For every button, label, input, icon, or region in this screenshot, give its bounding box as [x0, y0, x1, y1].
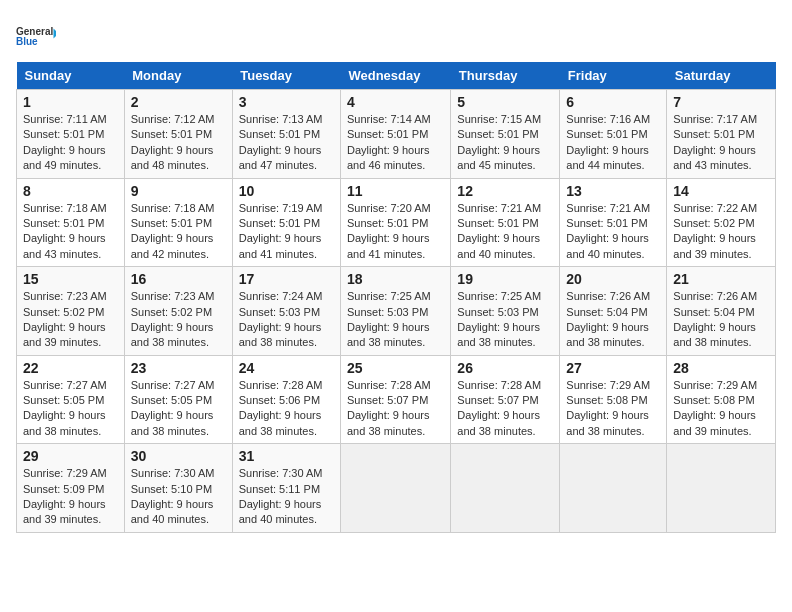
day-number: 21	[673, 271, 769, 287]
calendar-cell: 8Sunrise: 7:18 AMSunset: 5:01 PMDaylight…	[17, 178, 125, 267]
calendar-cell	[560, 444, 667, 533]
day-detail: Sunrise: 7:25 AMSunset: 5:03 PMDaylight:…	[347, 289, 444, 351]
calendar-cell: 30Sunrise: 7:30 AMSunset: 5:10 PMDayligh…	[124, 444, 232, 533]
svg-text:Blue: Blue	[16, 36, 38, 47]
calendar-cell: 25Sunrise: 7:28 AMSunset: 5:07 PMDayligh…	[340, 355, 450, 444]
day-detail: Sunrise: 7:14 AMSunset: 5:01 PMDaylight:…	[347, 112, 444, 174]
calendar-cell	[451, 444, 560, 533]
day-detail: Sunrise: 7:18 AMSunset: 5:01 PMDaylight:…	[23, 201, 118, 263]
day-number: 12	[457, 183, 553, 199]
calendar-week-row: 22Sunrise: 7:27 AMSunset: 5:05 PMDayligh…	[17, 355, 776, 444]
day-detail: Sunrise: 7:28 AMSunset: 5:06 PMDaylight:…	[239, 378, 334, 440]
day-number: 17	[239, 271, 334, 287]
svg-text:General: General	[16, 26, 53, 37]
calendar-cell: 9Sunrise: 7:18 AMSunset: 5:01 PMDaylight…	[124, 178, 232, 267]
day-number: 30	[131, 448, 226, 464]
calendar-cell: 14Sunrise: 7:22 AMSunset: 5:02 PMDayligh…	[667, 178, 776, 267]
calendar-table: SundayMondayTuesdayWednesdayThursdayFrid…	[16, 62, 776, 533]
day-detail: Sunrise: 7:20 AMSunset: 5:01 PMDaylight:…	[347, 201, 444, 263]
calendar-cell: 16Sunrise: 7:23 AMSunset: 5:02 PMDayligh…	[124, 267, 232, 356]
calendar-cell: 3Sunrise: 7:13 AMSunset: 5:01 PMDaylight…	[232, 90, 340, 179]
day-detail: Sunrise: 7:29 AMSunset: 5:09 PMDaylight:…	[23, 466, 118, 528]
day-number: 5	[457, 94, 553, 110]
day-detail: Sunrise: 7:23 AMSunset: 5:02 PMDaylight:…	[23, 289, 118, 351]
calendar-cell: 22Sunrise: 7:27 AMSunset: 5:05 PMDayligh…	[17, 355, 125, 444]
day-detail: Sunrise: 7:15 AMSunset: 5:01 PMDaylight:…	[457, 112, 553, 174]
logo: General Blue	[16, 16, 56, 56]
calendar-body: 1Sunrise: 7:11 AMSunset: 5:01 PMDaylight…	[17, 90, 776, 533]
calendar-cell: 17Sunrise: 7:24 AMSunset: 5:03 PMDayligh…	[232, 267, 340, 356]
day-number: 25	[347, 360, 444, 376]
calendar-cell: 2Sunrise: 7:12 AMSunset: 5:01 PMDaylight…	[124, 90, 232, 179]
calendar-cell: 6Sunrise: 7:16 AMSunset: 5:01 PMDaylight…	[560, 90, 667, 179]
day-detail: Sunrise: 7:26 AMSunset: 5:04 PMDaylight:…	[673, 289, 769, 351]
day-number: 11	[347, 183, 444, 199]
day-detail: Sunrise: 7:19 AMSunset: 5:01 PMDaylight:…	[239, 201, 334, 263]
calendar-cell: 13Sunrise: 7:21 AMSunset: 5:01 PMDayligh…	[560, 178, 667, 267]
day-detail: Sunrise: 7:13 AMSunset: 5:01 PMDaylight:…	[239, 112, 334, 174]
calendar-cell: 31Sunrise: 7:30 AMSunset: 5:11 PMDayligh…	[232, 444, 340, 533]
calendar-header-monday: Monday	[124, 62, 232, 90]
calendar-cell: 11Sunrise: 7:20 AMSunset: 5:01 PMDayligh…	[340, 178, 450, 267]
day-detail: Sunrise: 7:21 AMSunset: 5:01 PMDaylight:…	[566, 201, 660, 263]
day-number: 28	[673, 360, 769, 376]
day-detail: Sunrise: 7:27 AMSunset: 5:05 PMDaylight:…	[131, 378, 226, 440]
calendar-cell: 21Sunrise: 7:26 AMSunset: 5:04 PMDayligh…	[667, 267, 776, 356]
calendar-cell: 18Sunrise: 7:25 AMSunset: 5:03 PMDayligh…	[340, 267, 450, 356]
day-detail: Sunrise: 7:26 AMSunset: 5:04 PMDaylight:…	[566, 289, 660, 351]
svg-marker-2	[54, 29, 57, 39]
calendar-header-wednesday: Wednesday	[340, 62, 450, 90]
calendar-cell: 20Sunrise: 7:26 AMSunset: 5:04 PMDayligh…	[560, 267, 667, 356]
calendar-cell: 19Sunrise: 7:25 AMSunset: 5:03 PMDayligh…	[451, 267, 560, 356]
day-detail: Sunrise: 7:27 AMSunset: 5:05 PMDaylight:…	[23, 378, 118, 440]
day-number: 6	[566, 94, 660, 110]
calendar-week-row: 29Sunrise: 7:29 AMSunset: 5:09 PMDayligh…	[17, 444, 776, 533]
day-number: 3	[239, 94, 334, 110]
calendar-cell: 12Sunrise: 7:21 AMSunset: 5:01 PMDayligh…	[451, 178, 560, 267]
day-detail: Sunrise: 7:22 AMSunset: 5:02 PMDaylight:…	[673, 201, 769, 263]
day-detail: Sunrise: 7:29 AMSunset: 5:08 PMDaylight:…	[566, 378, 660, 440]
calendar-week-row: 8Sunrise: 7:18 AMSunset: 5:01 PMDaylight…	[17, 178, 776, 267]
calendar-header-tuesday: Tuesday	[232, 62, 340, 90]
day-detail: Sunrise: 7:28 AMSunset: 5:07 PMDaylight:…	[457, 378, 553, 440]
day-detail: Sunrise: 7:16 AMSunset: 5:01 PMDaylight:…	[566, 112, 660, 174]
calendar-cell: 27Sunrise: 7:29 AMSunset: 5:08 PMDayligh…	[560, 355, 667, 444]
calendar-cell: 29Sunrise: 7:29 AMSunset: 5:09 PMDayligh…	[17, 444, 125, 533]
day-number: 19	[457, 271, 553, 287]
day-detail: Sunrise: 7:24 AMSunset: 5:03 PMDaylight:…	[239, 289, 334, 351]
day-number: 18	[347, 271, 444, 287]
day-number: 24	[239, 360, 334, 376]
calendar-cell: 23Sunrise: 7:27 AMSunset: 5:05 PMDayligh…	[124, 355, 232, 444]
day-number: 9	[131, 183, 226, 199]
day-number: 1	[23, 94, 118, 110]
calendar-cell: 26Sunrise: 7:28 AMSunset: 5:07 PMDayligh…	[451, 355, 560, 444]
day-number: 7	[673, 94, 769, 110]
day-detail: Sunrise: 7:28 AMSunset: 5:07 PMDaylight:…	[347, 378, 444, 440]
day-number: 8	[23, 183, 118, 199]
day-detail: Sunrise: 7:30 AMSunset: 5:11 PMDaylight:…	[239, 466, 334, 528]
calendar-cell: 28Sunrise: 7:29 AMSunset: 5:08 PMDayligh…	[667, 355, 776, 444]
day-detail: Sunrise: 7:18 AMSunset: 5:01 PMDaylight:…	[131, 201, 226, 263]
logo-svg: General Blue	[16, 16, 56, 56]
day-detail: Sunrise: 7:23 AMSunset: 5:02 PMDaylight:…	[131, 289, 226, 351]
calendar-header-thursday: Thursday	[451, 62, 560, 90]
day-number: 22	[23, 360, 118, 376]
calendar-cell: 7Sunrise: 7:17 AMSunset: 5:01 PMDaylight…	[667, 90, 776, 179]
day-detail: Sunrise: 7:21 AMSunset: 5:01 PMDaylight:…	[457, 201, 553, 263]
day-detail: Sunrise: 7:11 AMSunset: 5:01 PMDaylight:…	[23, 112, 118, 174]
calendar-header-saturday: Saturday	[667, 62, 776, 90]
calendar-header-friday: Friday	[560, 62, 667, 90]
calendar-cell: 24Sunrise: 7:28 AMSunset: 5:06 PMDayligh…	[232, 355, 340, 444]
day-number: 4	[347, 94, 444, 110]
calendar-cell: 1Sunrise: 7:11 AMSunset: 5:01 PMDaylight…	[17, 90, 125, 179]
day-number: 20	[566, 271, 660, 287]
day-detail: Sunrise: 7:17 AMSunset: 5:01 PMDaylight:…	[673, 112, 769, 174]
day-number: 15	[23, 271, 118, 287]
day-detail: Sunrise: 7:29 AMSunset: 5:08 PMDaylight:…	[673, 378, 769, 440]
calendar-header-sunday: Sunday	[17, 62, 125, 90]
day-number: 14	[673, 183, 769, 199]
day-detail: Sunrise: 7:25 AMSunset: 5:03 PMDaylight:…	[457, 289, 553, 351]
day-detail: Sunrise: 7:30 AMSunset: 5:10 PMDaylight:…	[131, 466, 226, 528]
calendar-cell: 10Sunrise: 7:19 AMSunset: 5:01 PMDayligh…	[232, 178, 340, 267]
day-number: 26	[457, 360, 553, 376]
